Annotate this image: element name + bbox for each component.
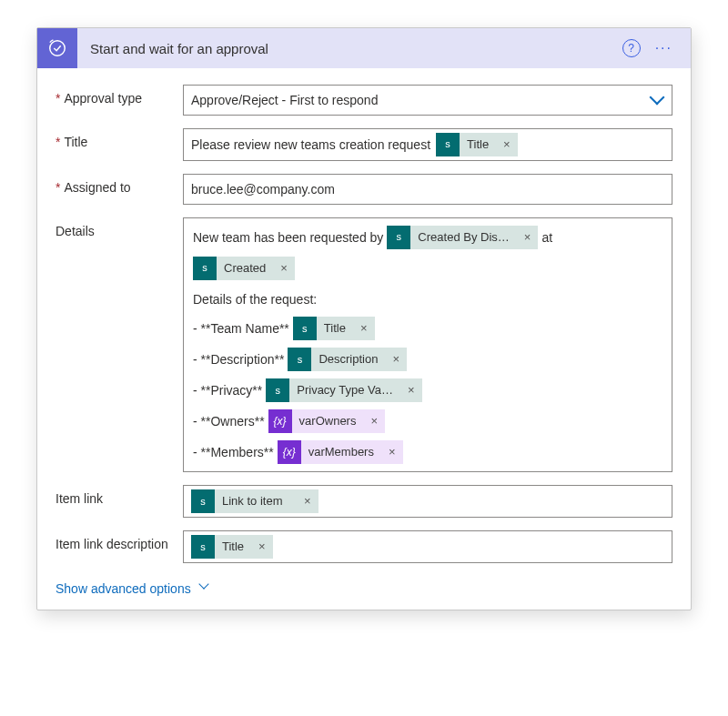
remove-token-icon[interactable]: ×	[517, 228, 539, 247]
chevron-down-icon	[652, 94, 664, 106]
remove-token-icon[interactable]: ×	[251, 538, 273, 557]
approval-action-card: Start and wait for an approval ? ··· *Ap…	[36, 27, 692, 610]
approval-type-label: *Approval type	[56, 85, 183, 106]
more-options-button[interactable]: ···	[650, 38, 678, 58]
token-link-to-item[interactable]: s Link to item ×	[191, 489, 318, 513]
detail-bullet: - **Owners**	[193, 411, 265, 431]
sharepoint-icon: s	[387, 226, 410, 249]
item-link-desc-input[interactable]: s Title ×	[183, 530, 672, 563]
chevron-down-icon	[200, 582, 213, 595]
sharepoint-icon: s	[288, 348, 311, 371]
remove-token-icon[interactable]: ×	[363, 412, 385, 431]
sharepoint-icon: s	[266, 378, 289, 402]
remove-token-icon[interactable]: ×	[353, 319, 375, 338]
variable-icon: {x}	[278, 440, 301, 464]
title-label: *Title	[56, 128, 183, 149]
item-link-input[interactable]: s Link to item ×	[183, 485, 672, 518]
token-title[interactable]: sTitle×	[293, 317, 375, 340]
sharepoint-icon: s	[191, 535, 215, 559]
card-title: Start and wait for an approval	[77, 41, 617, 56]
item-link-desc-label: Item link description	[56, 530, 183, 551]
details-input[interactable]: New team has been requested by s Created…	[183, 217, 672, 472]
remove-token-icon[interactable]: ×	[385, 350, 407, 369]
remove-token-icon[interactable]: ×	[297, 492, 318, 511]
approval-icon	[37, 28, 77, 68]
item-link-label: Item link	[56, 485, 183, 506]
detail-bullet: - **Members**	[193, 442, 274, 462]
card-body: *Approval type Approve/Reject - First to…	[37, 68, 691, 610]
details-label: Details	[56, 217, 183, 238]
token-created-by[interactable]: s Created By Dis… ×	[387, 226, 538, 249]
sharepoint-icon: s	[293, 317, 317, 340]
remove-token-icon[interactable]: ×	[273, 259, 295, 278]
token-created[interactable]: s Created ×	[193, 257, 295, 280]
token-privacy-type-va-[interactable]: sPrivacy Type Va…×	[266, 378, 421, 402]
detail-bullet: - **Team Name**	[193, 318, 289, 338]
title-input[interactable]: Please review new teams creation request…	[183, 128, 672, 161]
remove-token-icon[interactable]: ×	[381, 443, 403, 462]
approval-type-dropdown[interactable]: Approve/Reject - First to respond	[183, 85, 672, 116]
card-header[interactable]: Start and wait for an approval ? ···	[37, 28, 691, 68]
detail-bullet: - **Privacy**	[193, 380, 262, 400]
token-description[interactable]: sDescription×	[288, 348, 407, 371]
sharepoint-icon: s	[436, 133, 460, 156]
svg-point-0	[50, 41, 66, 56]
sharepoint-icon: s	[191, 489, 215, 513]
show-advanced-options-link[interactable]: Show advanced options	[56, 581, 213, 596]
sharepoint-icon: s	[193, 257, 217, 280]
assigned-to-label: *Assigned to	[56, 174, 183, 195]
token-title[interactable]: s Title ×	[436, 133, 518, 156]
variable-icon: {x}	[268, 409, 292, 433]
help-icon[interactable]: ?	[622, 39, 641, 57]
assigned-to-input[interactable]: bruce.lee@company.com	[183, 174, 672, 205]
token-title[interactable]: s Title ×	[191, 535, 273, 559]
remove-token-icon[interactable]: ×	[496, 136, 518, 155]
token-varowners[interactable]: {x}varOwners×	[268, 409, 385, 433]
token-varmembers[interactable]: {x}varMembers×	[278, 440, 403, 464]
detail-bullet: - **Description**	[193, 349, 284, 369]
remove-token-icon[interactable]: ×	[400, 381, 422, 400]
